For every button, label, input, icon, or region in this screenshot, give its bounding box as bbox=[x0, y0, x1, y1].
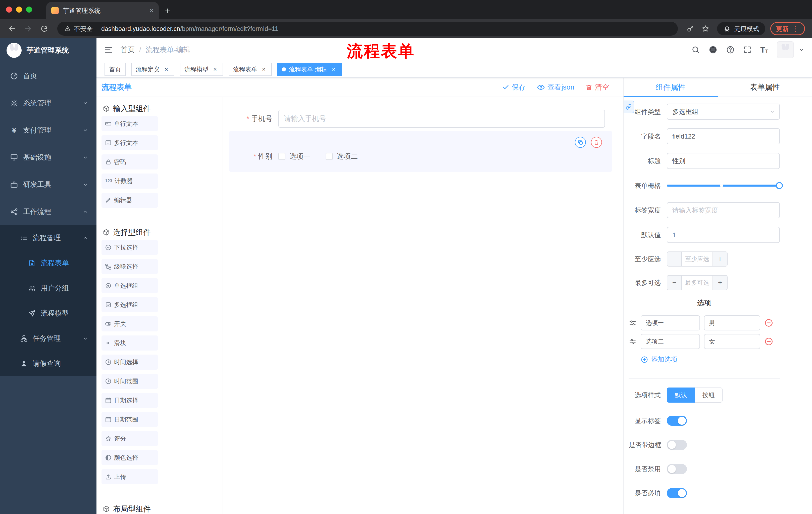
palette-item-multi-text[interactable]: 多行文本 bbox=[102, 135, 158, 151]
option-1-value-input[interactable] bbox=[704, 315, 760, 330]
tab-form-props[interactable]: 表单属性 bbox=[718, 78, 812, 97]
hamburger-icon[interactable] bbox=[104, 45, 113, 54]
style-default-button[interactable]: 默认 bbox=[667, 387, 695, 403]
back-icon[interactable] bbox=[5, 22, 19, 36]
sidebar-item-system[interactable]: 系统管理 bbox=[0, 89, 96, 117]
tag-close-icon[interactable]: × bbox=[330, 66, 337, 73]
remove-option-icon[interactable] bbox=[764, 337, 773, 346]
style-button-button[interactable]: 按钮 bbox=[695, 387, 723, 403]
delete-field-icon[interactable] bbox=[591, 137, 602, 148]
fullscreen-icon[interactable] bbox=[743, 46, 752, 54]
option-drag-icon[interactable] bbox=[629, 337, 637, 346]
option-1-label-input[interactable] bbox=[641, 315, 700, 330]
gender-option-1-checkbox[interactable]: 选项一 bbox=[279, 152, 311, 161]
add-option-button[interactable]: 添加选项 bbox=[641, 355, 780, 364]
tag-process-form-edit[interactable]: 流程表单-编辑× bbox=[278, 63, 342, 76]
option-drag-icon[interactable] bbox=[629, 319, 637, 327]
sidebar-item-infrastructure[interactable]: 基础设施 bbox=[0, 144, 96, 171]
palette-item-password[interactable]: 密码 bbox=[102, 154, 158, 169]
sidebar-item-process-model[interactable]: 流程模型 bbox=[0, 301, 96, 326]
sidebar-item-process-form[interactable]: 流程表单 bbox=[0, 250, 96, 276]
palette-item-upload[interactable]: 上传 bbox=[102, 469, 158, 484]
tag-home[interactable]: 首页 bbox=[105, 63, 126, 76]
grid-slider[interactable] bbox=[667, 178, 780, 194]
palette-item-slider[interactable]: 滑块 bbox=[102, 335, 158, 351]
window-minimize-button[interactable] bbox=[16, 6, 22, 12]
option-2-value-input[interactable] bbox=[704, 334, 760, 349]
tag-process-form[interactable]: 流程表单× bbox=[229, 63, 272, 76]
palette-item-select[interactable]: 下拉选择 bbox=[102, 240, 158, 255]
palette-item-editor[interactable]: 编辑器 bbox=[102, 193, 158, 208]
field-name-input[interactable] bbox=[667, 128, 780, 144]
label-width-input[interactable] bbox=[667, 202, 780, 218]
breadcrumb-home[interactable]: 首页 bbox=[121, 45, 135, 55]
palette-item-single-text[interactable]: 单行文本 bbox=[102, 116, 158, 131]
canvas-field-gender-selected[interactable]: 性别 选项一 选项二 bbox=[229, 131, 612, 172]
palette-item-switch[interactable]: 开关 bbox=[102, 316, 158, 331]
gender-option-2-checkbox[interactable]: 选项二 bbox=[326, 152, 358, 161]
disabled-toggle[interactable] bbox=[667, 464, 687, 474]
palette-item-checkbox-group[interactable]: 多选框组 bbox=[102, 297, 158, 312]
stepper-increase-button[interactable]: + bbox=[713, 252, 727, 266]
palette-item-counter[interactable]: 123计数器 bbox=[102, 173, 158, 189]
tag-close-icon[interactable]: × bbox=[163, 66, 170, 73]
font-size-icon[interactable]: TT bbox=[760, 46, 768, 54]
with-border-toggle[interactable] bbox=[667, 440, 687, 450]
stepper-decrease-button[interactable]: − bbox=[667, 252, 682, 266]
bookmark-star-icon[interactable] bbox=[699, 22, 712, 35]
tag-close-icon[interactable]: × bbox=[211, 66, 219, 73]
palette-item-time-picker[interactable]: 时间选择 bbox=[102, 355, 158, 370]
tag-close-icon[interactable]: × bbox=[260, 66, 267, 73]
sidebar-item-task-manage[interactable]: 任务管理 bbox=[0, 326, 96, 351]
sidebar-item-devtools[interactable]: 研发工具 bbox=[0, 171, 96, 198]
palette-item-time-range[interactable]: 时间范围 bbox=[102, 374, 158, 389]
palette-item-color-picker[interactable]: 颜色选择 bbox=[102, 450, 158, 465]
address-bar[interactable]: 不安全 dashboard.yudao.iocoder.cn /bpm/mana… bbox=[57, 22, 678, 36]
browser-update-button[interactable]: 更新 ⋮ bbox=[770, 22, 805, 35]
sidebar-item-leave-query[interactable]: 请假查询 bbox=[0, 351, 96, 376]
canvas-field-phone[interactable]: 手机号 bbox=[229, 110, 612, 128]
help-icon[interactable] bbox=[726, 46, 735, 54]
save-button[interactable]: 保存 bbox=[502, 82, 526, 92]
sidebar-item-workflow[interactable]: 工作流程 bbox=[0, 198, 96, 225]
avatar-caret-icon[interactable] bbox=[799, 47, 805, 53]
forward-icon[interactable] bbox=[21, 22, 35, 36]
palette-item-date-picker[interactable]: 日期选择 bbox=[102, 393, 158, 408]
clear-button[interactable]: 清空 bbox=[585, 82, 609, 92]
browser-menu-icon[interactable]: ⋮ bbox=[792, 25, 799, 33]
tag-process-definition[interactable]: 流程定义× bbox=[131, 63, 174, 76]
window-close-button[interactable] bbox=[6, 6, 12, 12]
tag-process-model[interactable]: 流程模型× bbox=[180, 63, 223, 76]
tab-close-icon[interactable]: × bbox=[149, 7, 154, 14]
option-2-label-input[interactable] bbox=[641, 334, 700, 349]
sidebar-item-home[interactable]: 首页 bbox=[0, 62, 96, 89]
stepper-decrease-button[interactable]: − bbox=[667, 276, 682, 290]
palette-item-radio-group[interactable]: 单选框组 bbox=[102, 278, 158, 293]
default-value-input[interactable] bbox=[667, 227, 780, 243]
title-input[interactable] bbox=[667, 153, 780, 169]
max-select-value[interactable]: 最多可选 bbox=[682, 276, 713, 290]
slider-handle[interactable] bbox=[776, 182, 783, 189]
sidebar-item-user-group[interactable]: 用户分组 bbox=[0, 276, 96, 301]
github-icon[interactable] bbox=[708, 45, 718, 54]
component-type-select[interactable] bbox=[667, 104, 780, 120]
avatar[interactable] bbox=[777, 41, 794, 58]
search-icon[interactable] bbox=[691, 46, 700, 54]
view-json-button[interactable]: 查看json bbox=[537, 82, 574, 92]
stepper-increase-button[interactable]: + bbox=[713, 276, 727, 290]
password-key-icon[interactable] bbox=[684, 22, 697, 35]
link-anchor-icon[interactable] bbox=[624, 101, 634, 113]
new-tab-button[interactable]: + bbox=[159, 6, 170, 19]
copy-field-icon[interactable] bbox=[575, 137, 586, 148]
phone-input[interactable] bbox=[279, 110, 605, 128]
required-toggle[interactable] bbox=[667, 488, 687, 498]
tab-component-props[interactable]: 组件属性 bbox=[624, 78, 718, 97]
not-secure-badge[interactable]: 不安全 bbox=[64, 25, 93, 33]
reload-icon[interactable] bbox=[37, 22, 51, 36]
show-label-toggle[interactable] bbox=[667, 416, 687, 426]
palette-item-cascader[interactable]: 级联选择 bbox=[102, 259, 158, 274]
min-select-value[interactable]: 至少应选 bbox=[682, 252, 713, 266]
sidebar-item-payment[interactable]: ¥ 支付管理 bbox=[0, 117, 96, 144]
remove-option-icon[interactable] bbox=[764, 318, 773, 327]
window-zoom-button[interactable] bbox=[26, 6, 32, 12]
